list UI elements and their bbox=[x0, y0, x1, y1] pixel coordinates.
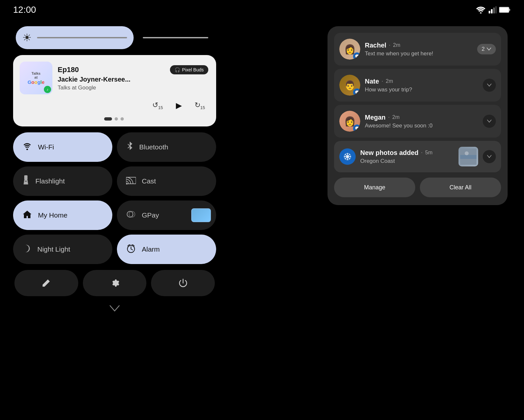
notification-megan[interactable]: 👩 💬 Megan · 2m Awesome! See you soon :0 bbox=[334, 105, 501, 138]
megan-name: Megan bbox=[365, 114, 385, 121]
rachel-header: Rachel · 2m bbox=[365, 42, 473, 49]
alarm-label: Alarm bbox=[142, 245, 160, 253]
nightlight-label: Night Light bbox=[37, 245, 70, 253]
nightlight-icon bbox=[22, 244, 31, 255]
photos-header: New photos added · 5m bbox=[360, 149, 454, 157]
svg-rect-19 bbox=[460, 155, 477, 159]
flashlight-label: Flashlight bbox=[35, 177, 65, 185]
brightness-track[interactable] bbox=[37, 37, 127, 38]
pixel-buds-badge: 🎧 Pixel Buds bbox=[170, 65, 208, 74]
nate-avatar: 👨 💬 bbox=[339, 75, 360, 96]
bluetooth-toggle[interactable]: Bluetooth bbox=[117, 132, 216, 162]
dot-1[interactable] bbox=[104, 117, 112, 121]
wifi-toggle[interactable]: Wi-Fi bbox=[13, 132, 112, 162]
svg-rect-3 bbox=[493, 8, 495, 13]
bottom-actions bbox=[13, 270, 216, 296]
svg-rect-4 bbox=[496, 6, 496, 13]
rachel-name: Rachel bbox=[365, 42, 386, 49]
chevron-down[interactable] bbox=[13, 303, 216, 314]
photos-time: 5m bbox=[425, 150, 432, 156]
megan-time: 2m bbox=[392, 114, 400, 120]
media-top: Talks at Google ♪ Ep180 🎧 Pixel Buds Jac… bbox=[20, 62, 208, 94]
message-badge-rachel: 💬 bbox=[353, 52, 360, 60]
media-artwork-text: Talks at Google bbox=[28, 71, 45, 85]
wifi-label: Wi-Fi bbox=[38, 143, 54, 151]
notification-photos[interactable]: New photos added · 5m Oregon Coast bbox=[334, 141, 501, 172]
nate-time: 2m bbox=[386, 78, 393, 84]
status-bar: 12:00 bbox=[0, 0, 524, 20]
nate-expand[interactable] bbox=[483, 79, 496, 92]
nate-message: How was your trip? bbox=[365, 86, 478, 93]
left-panel: ☀ Talks at Google ♪ Ep180 bbox=[13, 26, 216, 314]
svg-rect-1 bbox=[489, 11, 490, 13]
alarm-toggle[interactable]: Alarm bbox=[117, 235, 216, 264]
alarm-icon bbox=[126, 243, 136, 256]
message-badge-megan: 💬 bbox=[353, 124, 360, 132]
nate-header: Nate · 2m bbox=[365, 78, 478, 85]
forward-button[interactable]: ↻15 bbox=[195, 101, 205, 110]
bluetooth-label: Bluetooth bbox=[139, 143, 168, 151]
photos-icon bbox=[339, 148, 356, 165]
myhome-icon bbox=[22, 210, 32, 221]
dot-2[interactable] bbox=[115, 117, 118, 121]
svg-rect-11 bbox=[126, 177, 136, 184]
message-badge-nate: 💬 bbox=[353, 88, 360, 96]
photos-name: New photos added bbox=[360, 149, 419, 157]
photos-thumbnail bbox=[458, 147, 478, 166]
brightness-icon: ☀ bbox=[22, 31, 32, 44]
media-subtitle: Talks at Google bbox=[58, 85, 208, 91]
dot-3[interactable] bbox=[121, 117, 124, 121]
bluetooth-icon bbox=[126, 141, 133, 153]
megan-content: Megan · 2m Awesome! See you soon :0 bbox=[365, 114, 478, 129]
svg-line-17 bbox=[131, 249, 133, 250]
svg-rect-10 bbox=[25, 181, 27, 181]
megan-expand[interactable] bbox=[483, 115, 496, 128]
svg-point-20 bbox=[465, 151, 469, 155]
svg-rect-7 bbox=[509, 9, 510, 11]
rachel-count-badge[interactable]: 2 bbox=[477, 44, 496, 54]
battery-status-icon bbox=[499, 7, 511, 13]
photos-content: New photos added · 5m Oregon Coast bbox=[360, 149, 454, 164]
toggle-grid: Wi-Fi Bluetooth Flashlight bbox=[13, 132, 216, 264]
nate-content: Nate · 2m How was your trip? bbox=[365, 78, 478, 93]
photos-message: Oregon Coast bbox=[360, 158, 454, 164]
google-label: Google bbox=[28, 79, 45, 85]
play-button[interactable]: ▶ bbox=[171, 98, 187, 113]
myhome-label: My Home bbox=[38, 211, 67, 219]
svg-rect-6 bbox=[499, 8, 509, 12]
media-dots bbox=[20, 117, 208, 121]
status-icons bbox=[476, 6, 511, 13]
svg-rect-2 bbox=[491, 9, 493, 13]
gpay-card bbox=[191, 208, 211, 222]
brightness-row: ☀ bbox=[13, 26, 216, 49]
gpay-icon bbox=[126, 210, 136, 220]
svg-point-0 bbox=[480, 12, 482, 14]
notification-rachel[interactable]: 👩 💬 Rachel · 2m Text me when you get her… bbox=[334, 33, 501, 66]
brightness-control[interactable]: ☀ bbox=[16, 26, 134, 49]
clear-all-button[interactable]: Clear All bbox=[420, 178, 501, 197]
media-title: Jackie Joyner-Kersee... bbox=[58, 76, 208, 83]
svg-rect-9 bbox=[24, 175, 28, 180]
media-info: Ep180 🎧 Pixel Buds Jackie Joyner-Kersee.… bbox=[58, 65, 208, 91]
edit-button[interactable] bbox=[14, 270, 78, 296]
photos-expand[interactable] bbox=[483, 150, 496, 163]
svg-point-12 bbox=[126, 183, 128, 184]
settings-button[interactable] bbox=[83, 270, 147, 296]
rachel-time: 2m bbox=[393, 42, 400, 48]
gpay-label: GPay bbox=[142, 211, 159, 219]
cast-toggle[interactable]: Cast bbox=[117, 166, 216, 196]
media-controls: ↺15 ▶ ↻15 bbox=[20, 98, 208, 113]
rewind-button[interactable]: ↺15 bbox=[152, 101, 163, 110]
manage-button[interactable]: Manage bbox=[334, 178, 415, 197]
power-button[interactable] bbox=[151, 270, 215, 296]
flashlight-icon bbox=[22, 175, 29, 187]
status-time: 12:00 bbox=[13, 5, 36, 15]
forward-label: 15 bbox=[200, 105, 205, 110]
gpay-toggle[interactable]: GPay bbox=[117, 200, 216, 230]
flashlight-toggle[interactable]: Flashlight bbox=[13, 166, 112, 196]
megan-message: Awesome! See you soon :0 bbox=[365, 123, 478, 129]
notification-actions: Manage Clear All bbox=[334, 178, 501, 197]
nightlight-toggle[interactable]: Night Light bbox=[13, 235, 112, 264]
myhome-toggle[interactable]: My Home bbox=[13, 200, 112, 230]
notification-nate[interactable]: 👨 💬 Nate · 2m How was your trip? bbox=[334, 69, 501, 102]
